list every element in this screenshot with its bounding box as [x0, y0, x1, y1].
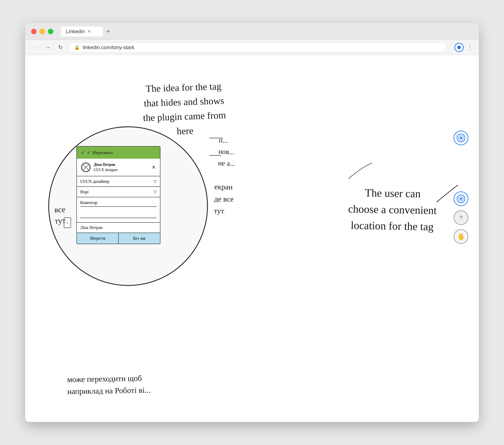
right-top-line1: п...	[219, 135, 236, 147]
address-input[interactable]: 🔒 linkedin.com/tony-stark	[69, 42, 447, 52]
bottom-line1: може переходити щоб	[67, 372, 151, 386]
bullseye-1-icon	[456, 133, 466, 142]
browser-extension-icon[interactable]	[454, 43, 464, 52]
mockup-action-buttons: Зберегти Без зак	[76, 233, 161, 244]
annotation-right-top: п... нов... не а...	[218, 135, 236, 169]
address-bar: ← → ↻ 🔒 linkedin.com/tony-stark ⋮	[25, 40, 479, 55]
mockup-name-field[interactable]: Ліна Петров	[76, 223, 161, 233]
circle-magnifier: ✓ ✓ Збережено Дім	[48, 126, 208, 286]
user-name: Діма Петров	[94, 162, 118, 167]
dropdown-2-label: Норі	[80, 189, 89, 194]
annotation-left-line2: тут	[54, 215, 66, 226]
tag-arrow-icon: ›	[67, 221, 68, 225]
tab-close-icon[interactable]: ✕	[87, 29, 91, 34]
maximize-window-btn[interactable]	[48, 29, 53, 34]
cancel-label: Без зак	[133, 236, 146, 240]
user-choice-line2: choose a convenient	[348, 201, 437, 219]
new-tab-button[interactable]: +	[104, 26, 113, 36]
user-choice-line3: location for the tag	[348, 217, 437, 235]
main-content: The idea for the tag that hides and show…	[25, 55, 479, 422]
lock-icon: 🔒	[74, 45, 80, 50]
side-bullseye-btn-1[interactable]	[454, 131, 468, 145]
checkmark-icon: ✓	[81, 150, 85, 155]
avatar-x-icon	[81, 162, 90, 172]
mockup-user-row: Діма Петров UI/UX designer ✕	[76, 159, 161, 176]
cancel-button[interactable]: Без зак	[119, 233, 160, 244]
user-avatar	[81, 162, 91, 172]
mockup-dropdown-2[interactable]: Норі ▽	[76, 187, 161, 197]
url-text: linkedin.com/tony-stark	[83, 45, 134, 50]
reload-icon: ↻	[58, 44, 63, 51]
bottom-line2: наприклад на Роботі ві...	[67, 384, 151, 397]
side-hand-btn[interactable]: 🖐	[454, 229, 468, 244]
mockup-comment-field[interactable]: Коментар	[76, 197, 161, 223]
browser-menu-icon[interactable]: ⋮	[467, 44, 473, 51]
reload-button[interactable]: ↻	[56, 43, 65, 52]
comment-text-area	[80, 208, 157, 216]
browser-window: Linkedin ✕ + ← → ↻ 🔒 linkedin.com/tony-s…	[25, 23, 479, 422]
screen-line3: тут	[214, 205, 233, 217]
screen-line2: де все	[214, 193, 234, 205]
mockup-header-text: ✓ Збережено	[87, 150, 113, 155]
question-icon: ?	[459, 215, 462, 221]
bullseye-2-icon	[456, 194, 466, 203]
side-bullseye-btn-2[interactable]	[454, 191, 468, 206]
user-info: Діма Петров UI/UX designer	[81, 162, 118, 172]
ui-mockup: ✓ ✓ Збережено Дім	[76, 146, 161, 244]
tab-label: Linkedin	[66, 29, 85, 34]
mockup-header: ✓ ✓ Збережено	[76, 146, 161, 159]
minimize-window-btn[interactable]	[39, 29, 45, 34]
annotation-left-line1: все	[54, 204, 66, 215]
annotation-left: все тут	[54, 204, 66, 226]
forward-icon: →	[45, 44, 51, 51]
user-text: Діма Петров UI/UX designer	[94, 162, 118, 172]
forward-button[interactable]: →	[44, 43, 52, 52]
close-window-btn[interactable]	[31, 29, 36, 34]
right-top-line3: не а...	[218, 157, 235, 169]
comment-label: Коментар	[80, 200, 157, 205]
mockup-dropdown-1[interactable]: UI/UX дизайнер ▽	[76, 176, 161, 187]
dropdown-1-label: UI/UX дизайнер	[80, 179, 109, 184]
bullseye-center	[457, 46, 461, 49]
tab-bar: Linkedin ✕ +	[61, 26, 473, 36]
annotation-line3: the plugin came from	[143, 108, 226, 125]
name-field-value: Ліна Петров	[80, 225, 102, 230]
save-label: Зберегти	[90, 236, 106, 240]
right-top-line2: нов...	[218, 146, 236, 158]
annotation-bottom: може переходити щоб наприклад на Роботі …	[67, 372, 151, 397]
user-choice-line1: The user can	[348, 184, 437, 202]
annotation-user-choice: The user can choose a convenient locatio…	[348, 184, 437, 235]
browser-actions: ⋮	[454, 43, 473, 52]
comment-divider-2	[80, 218, 157, 218]
annotation-right-screen: екран де все тут	[214, 181, 234, 217]
annotation-top: The idea for the tag that hides and show…	[142, 79, 227, 140]
comment-divider	[80, 206, 157, 207]
hand-icon: 🖐	[457, 233, 465, 240]
user-role: UI/UX designer	[94, 167, 118, 172]
mockup-close-btn[interactable]: ✕	[152, 164, 156, 170]
back-button[interactable]: ←	[31, 43, 39, 52]
screen-line1: екран	[215, 181, 234, 193]
svg-point-12	[460, 198, 462, 200]
svg-point-9	[460, 137, 462, 139]
active-tab[interactable]: Linkedin ✕	[61, 26, 103, 36]
title-bar: Linkedin ✕ +	[25, 23, 479, 40]
save-button[interactable]: Зберегти	[77, 233, 119, 244]
traffic-lights	[31, 29, 53, 34]
dropdown-2-arrow-icon: ▽	[154, 189, 157, 194]
side-question-btn[interactable]: ?	[454, 210, 468, 225]
dropdown-1-arrow-icon: ▽	[154, 179, 157, 184]
back-icon: ←	[33, 44, 38, 51]
side-toolbar: ? 🖐	[454, 131, 468, 244]
